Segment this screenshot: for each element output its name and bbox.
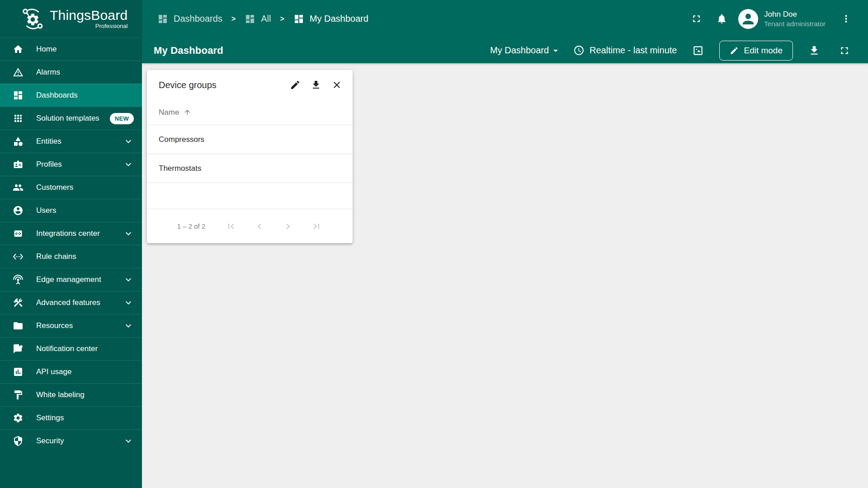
widget-header: Device groups (147, 70, 353, 100)
pencil-icon (730, 46, 739, 55)
more-vert-icon (840, 13, 852, 24)
main-area: Dashboards>All>My Dashboard John Doe Ten… (142, 0, 868, 488)
expand-toggle[interactable] (123, 228, 134, 239)
pencil-icon (290, 80, 301, 90)
dashboard-state-select[interactable]: My Dashboard (490, 45, 561, 56)
device-groups-widget: Device groups Name (147, 70, 353, 243)
sidebar-item-label: Advanced features (36, 298, 123, 307)
sidebar-item-settings[interactable]: Settings (0, 406, 142, 429)
sidebar-item-advanced-features[interactable]: Advanced features (0, 291, 142, 314)
shield-icon (13, 436, 24, 446)
chevron-down-icon (550, 45, 561, 56)
sidebar-item-users[interactable]: Users (0, 199, 142, 222)
row-name-cell: Thermostats (159, 164, 201, 173)
expand-toggle[interactable] (123, 136, 134, 147)
more-menu-button[interactable] (836, 9, 855, 28)
widget-export-button[interactable] (307, 76, 325, 94)
sidebar-item-home[interactable]: Home (0, 38, 142, 61)
chat-dot-icon (13, 343, 24, 354)
sidebar-item-resources[interactable]: Resources (0, 314, 142, 337)
brand-edition: Professional (50, 23, 127, 29)
clock-icon (573, 45, 585, 56)
expand-toggle[interactable] (123, 159, 134, 170)
user-info[interactable]: John Doe Tenant administrator (764, 9, 826, 28)
sidebar-item-label: API usage (36, 367, 134, 376)
expand-toggle[interactable] (123, 320, 134, 331)
next-page-button[interactable] (282, 221, 294, 232)
thingsboard-logo-icon (21, 7, 44, 31)
sidebar-item-alarms[interactable]: Alarms (0, 61, 142, 84)
sidebar: ThingsBoard Professional HomeAlarmsDashb… (0, 0, 142, 488)
empty-row (147, 183, 353, 209)
expand-toggle[interactable] (123, 297, 134, 308)
sidebar-item-edge-management[interactable]: Edge management (0, 268, 142, 291)
dashboard-icon (13, 90, 24, 101)
dashboard-fullscreen-button[interactable] (835, 42, 854, 60)
column-header-name[interactable]: Name (147, 100, 353, 125)
sidebar-item-label: Alarms (36, 68, 134, 77)
chevron-down-icon (123, 436, 134, 446)
chart-box-icon (13, 366, 24, 377)
sidebar-item-notification-center[interactable]: Notification center (0, 337, 142, 360)
last-page-button[interactable] (311, 221, 322, 232)
breadcrumb-item-dashboards[interactable]: Dashboards (157, 14, 222, 24)
paginator: 1 – 2 of 2 (147, 209, 353, 243)
last-page-icon (311, 221, 322, 232)
table-row[interactable]: Thermostats (147, 154, 353, 183)
people-icon (13, 182, 24, 193)
fullscreen-button[interactable] (687, 9, 706, 28)
sidebar-item-label: Customers (36, 183, 134, 192)
chevron-down-icon (123, 320, 134, 331)
sidebar-item-integrations-center[interactable]: Integrations center (0, 222, 142, 245)
category-icon (13, 136, 24, 147)
close-icon (331, 80, 342, 90)
previous-page-button[interactable] (254, 221, 265, 232)
sidebar-item-label: Dashboards (36, 91, 134, 100)
breadcrumb-label: All (261, 14, 271, 24)
dashboard-title: My Dashboard (154, 45, 490, 56)
widget-edit-button[interactable] (287, 76, 304, 94)
avatar[interactable] (738, 9, 758, 29)
first-page-button[interactable] (225, 221, 237, 232)
chevron-down-icon (123, 228, 134, 239)
sidebar-item-entities[interactable]: Entities (0, 130, 142, 153)
breadcrumb-item-my-dashboard[interactable]: My Dashboard (293, 14, 368, 24)
sidebar-item-dashboards[interactable]: Dashboards (0, 84, 142, 107)
timewindow-button[interactable]: Realtime - last minute (573, 45, 677, 56)
notifications-button[interactable] (712, 9, 731, 28)
sidebar-item-customers[interactable]: Customers (0, 176, 142, 199)
antenna-icon (13, 274, 24, 285)
column-header-label: Name (159, 108, 179, 117)
sidebar-item-solution-templates[interactable]: Solution templatesNEW (0, 107, 142, 130)
sidebar-item-label: Notification center (36, 344, 134, 353)
bell-icon (716, 13, 727, 24)
sidebar-item-label: Profiles (36, 160, 123, 169)
sidebar-item-label: Resources (36, 321, 123, 330)
sidebar-item-api-usage[interactable]: API usage (0, 360, 142, 383)
brand-name: ThingsBoard (50, 8, 127, 23)
folder-icon (13, 320, 24, 331)
sidebar-item-white-labeling[interactable]: White labeling (0, 383, 142, 406)
breadcrumb-item-all[interactable]: All (245, 14, 271, 24)
sidebar-item-label: Security (36, 436, 123, 446)
sidebar-item-security[interactable]: Security (0, 429, 142, 452)
breadcrumb-separator: > (280, 15, 284, 23)
sidebar-item-profiles[interactable]: Profiles (0, 153, 142, 176)
chevron-down-icon (123, 297, 134, 308)
manage-layouts-button[interactable] (689, 42, 707, 60)
sidebar-item-label: Edge management (36, 275, 123, 284)
row-name-cell: Compressors (159, 135, 204, 144)
widget-close-button[interactable] (328, 76, 345, 94)
app-logo[interactable]: ThingsBoard Professional (0, 0, 142, 38)
home-icon (13, 44, 24, 55)
paginator-range-label: 1 – 2 of 2 (177, 222, 206, 230)
sidebar-item-rule-chains[interactable]: Rule chains (0, 245, 142, 268)
expand-toggle[interactable] (123, 436, 134, 446)
user-name: John Doe (764, 9, 826, 19)
sidebar-item-label: Integrations center (36, 229, 123, 238)
breadcrumb-separator: > (231, 15, 236, 23)
edit-mode-button[interactable]: Edit mode (719, 41, 793, 61)
expand-toggle[interactable] (123, 274, 134, 285)
table-row[interactable]: Compressors (147, 125, 353, 154)
export-dashboard-button[interactable] (805, 42, 823, 60)
